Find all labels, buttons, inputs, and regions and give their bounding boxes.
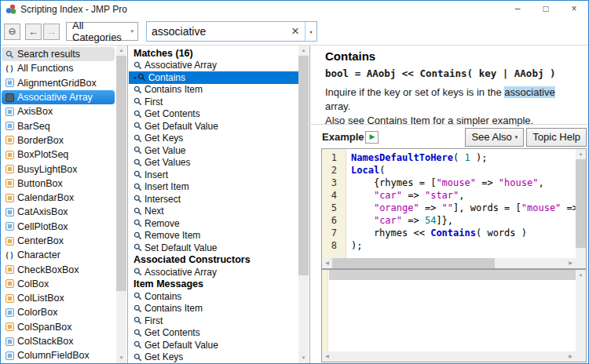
match-item-first[interactable]: First [134,315,298,327]
match-item-contains[interactable]: ●Contains [129,71,298,84]
code-text: NamesDefaultToHere( 1 ); [342,151,487,164]
sidebar-item-columnfieldbox[interactable]: ColumnFieldBox [2,348,115,362]
match-item-get-contents[interactable]: Get Contents [134,108,298,121]
sidebar-item-colspanbox[interactable]: ColSpanBox [2,320,115,334]
match-item-get-default-value[interactable]: Get Default Value [134,120,298,133]
window-controls: – □ × [503,1,588,18]
matches-scrollbar[interactable]: ▲ ▼ [298,46,309,363]
sidebar-item-associative-array[interactable]: Associative Array [2,90,115,104]
match-item-contains-item[interactable]: Contains Item [134,303,298,315]
sidebar-item-label: ColorBox [17,307,57,318]
search-input[interactable]: associative [147,25,286,38]
match-item-remove[interactable]: Remove [134,217,298,230]
sidebar-item-label: BorderBox [17,135,64,146]
match-item-next[interactable]: Next [134,206,298,218]
code-line-6[interactable]: 6 "car" => 54]}, [322,214,576,227]
sidebar-item-label: ColStackBox [17,336,74,347]
match-item-get-values[interactable]: Get Values [134,157,298,169]
match-item-first[interactable]: First [134,96,298,108]
search-history-dropdown[interactable]: ▾ [305,22,316,41]
sidebar-item-alignmentgridbox[interactable]: AlignmentGridBox [2,76,115,90]
scroll-right-icon[interactable]: ▶ [565,351,576,362]
clear-search-icon[interactable]: × [286,22,305,41]
sidebar-item-calendarbox[interactable]: CalendarBox [2,191,115,205]
sidebar-item-barseq[interactable]: BarSeq [2,118,115,133]
see-also-button[interactable]: See Also ▾ [465,128,524,147]
matches-group-header-associated-constructors: Associated Constructors [134,254,298,267]
scroll-up-icon[interactable]: ▲ [576,270,586,280]
sidebar-item-cellplotbox[interactable]: CellPlotBox [2,220,115,234]
sidebar-item-borderbox[interactable]: BorderBox [2,133,115,147]
match-item-insert[interactable]: Insert [134,169,298,181]
scroll-up-icon[interactable]: ▲ [576,149,586,159]
sidebar-item-cataxisbox[interactable]: CatAxisBox [2,205,115,219]
code-lines[interactable]: 1NamesDefaultToHere( 1 );2Local(3 {rhyme… [322,149,576,258]
topic-help-button[interactable]: Topic Help [526,128,587,147]
sidebar-item-busylightbox[interactable]: BusyLightBox [2,162,115,176]
collapse-categories-button[interactable]: ⊖ [4,24,20,40]
match-item-remove-item[interactable]: Remove Item [134,230,298,242]
match-item-get-keys[interactable]: Get Keys [134,133,298,145]
match-item-get-contents[interactable]: Get Contents [134,327,298,340]
code-line-8[interactable]: 8); [322,239,576,252]
scroll-left-icon[interactable]: ◀ [322,258,332,268]
match-item-get-default-value[interactable]: Get Default Value [134,339,298,351]
sidebar-item-colorbox[interactable]: ColorBox [2,305,115,319]
sidebar-item-centerbox[interactable]: CenterBox [2,234,115,248]
match-item-get-keys[interactable]: Get Keys [134,351,298,364]
match-item-associative-array[interactable]: Associative Array [134,60,298,72]
code-line-3[interactable]: 3 {rhymes = ["mouse" => "house", [322,177,576,189]
code-line-2[interactable]: 2Local( [322,164,576,177]
sidebar-item-boxplotseq[interactable]: BoxPlotSeq [2,147,115,162]
sidebar-item-collistbox[interactable]: ColListBox [2,291,115,305]
sidebar-scrollbar[interactable]: ▲ ▼ [116,46,126,363]
match-item-insert-item[interactable]: Insert Item [134,181,298,194]
scrollbar-thumb[interactable] [332,258,495,268]
run-script-button[interactable]: ▶ [365,131,379,144]
scrollbar-thumb[interactable] [116,56,126,291]
code-line-7[interactable]: 7 rhymes << Contains( words ) [322,227,576,239]
sidebar-item-checkboxbox[interactable]: CheckBoxBox [2,262,115,276]
code-line-5[interactable]: 5 "orange" => ""], words = ["mouse" => [322,202,576,214]
scroll-right-icon[interactable]: ▶ [565,258,576,268]
category-dropdown[interactable]: All Categories ▾ [66,22,138,41]
match-item-contains[interactable]: Contains [134,290,298,303]
sidebar-item-label: Search results [17,49,80,60]
match-item-intersect[interactable]: Intersect [134,193,298,206]
sidebar-item-buttonbox[interactable]: ButtonBox [2,177,115,191]
message-magnifier-icon [134,146,143,155]
sidebar-item-search-results[interactable]: Search results [2,47,115,61]
example-code-editor[interactable]: 1NamesDefaultToHere( 1 );2Local(3 {rhyme… [321,148,587,269]
sidebar-item-character[interactable]: ()Character [2,248,115,262]
match-item-get-value[interactable]: Get Value [134,144,298,157]
scroll-left-icon[interactable]: ◀ [322,351,332,362]
maximize-button[interactable]: □ [532,1,560,18]
output-horizontal-scrollbar[interactable]: ◀ ▶ [322,351,576,362]
code-line-4[interactable]: 4 "car" => "star", [322,189,576,202]
match-item-contains-item[interactable]: Contains Item [134,84,298,96]
output-vertical-scrollbar[interactable]: ▲ ▼ [576,270,586,362]
match-item-set-default-value[interactable]: Set Default Value [134,242,298,254]
scrollbar-thumb[interactable] [298,56,309,275]
sidebar-item-label: AlignmentGridBox [17,78,97,89]
match-item-associative-array[interactable]: Associative Array [134,266,298,278]
sidebar-item-colstackbox[interactable]: ColStackBox [2,334,115,348]
close-button[interactable]: × [560,1,588,18]
editor-vertical-scrollbar[interactable]: ▲ ▼ [576,149,586,268]
chevron-down-icon: ▾ [130,28,134,35]
editor-horizontal-scrollbar[interactable]: ◀ ▶ [322,258,576,268]
forward-button[interactable]: → [43,24,60,40]
scroll-up-icon[interactable]: ▲ [116,46,126,56]
output-log-panel[interactable]: ▲ ▼ ◀ ▶ [321,269,587,362]
back-button[interactable]: ← [25,24,42,40]
code-line-1[interactable]: 1NamesDefaultToHere( 1 ); [322,151,576,164]
scroll-down-icon[interactable]: ▼ [116,353,126,363]
minimize-button[interactable]: – [503,1,532,18]
sidebar-item-axisbox[interactable]: AxisBox [2,104,115,118]
line-number: 8 [322,239,342,252]
scroll-up-icon[interactable]: ▲ [298,46,309,56]
scrollbar-thumb[interactable] [576,159,586,248]
sidebar-item-colbox[interactable]: ColBox [2,277,115,291]
scroll-down-icon[interactable]: ▼ [298,353,309,363]
sidebar-item-all-functions[interactable]: ()All Functions [2,61,115,75]
